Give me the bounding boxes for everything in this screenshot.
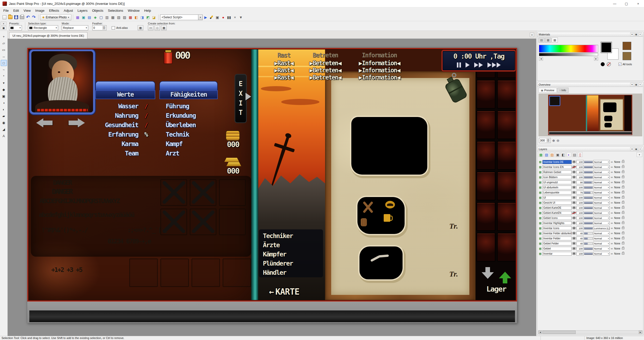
layer-opacity-slider[interactable] (584, 171, 593, 173)
new-vector-layer-icon[interactable]: ▧ (544, 152, 549, 157)
zoom-in-icon[interactable]: ⊕ (552, 139, 555, 142)
link-set-icon[interactable]: ∞ (610, 242, 614, 245)
crop-tool[interactable]: ▭ (1, 47, 7, 53)
lock-icon[interactable] (622, 242, 624, 244)
dock-icon[interactable]: ▣ (634, 33, 638, 36)
layer-name[interactable]: UI (543, 196, 572, 200)
layer-opacity-slider[interactable] (584, 253, 593, 255)
new-adjustment-layer-icon[interactable]: ◐ (566, 152, 571, 157)
lock-icon[interactable] (622, 176, 624, 178)
duplicate-layer-icon[interactable]: ▤ (572, 152, 577, 157)
new-image-icon[interactable] (2, 14, 7, 20)
frame-tab-icon[interactable]: ▤ (538, 37, 545, 43)
layer-opacity-value[interactable]: 100 (576, 201, 584, 205)
layer-blend-mode[interactable]: Normal▾ (593, 165, 610, 169)
visibility-eye-icon[interactable] (572, 196, 576, 199)
layer-opacity-value[interactable]: 100 (576, 216, 584, 220)
layer-opacity-value[interactable]: 40 (576, 237, 584, 240)
layer-opacity-value[interactable]: 100 (576, 247, 584, 251)
layer-name[interactable]: Gesicht UI (543, 201, 572, 205)
layer-blend-mode[interactable]: Normal▾ (593, 252, 610, 256)
layer-opacity-slider[interactable] (584, 222, 593, 224)
layer-link-value[interactable]: None (614, 206, 621, 209)
layer-name[interactable]: Inventar (543, 252, 572, 256)
visibility-eye-icon[interactable] (572, 186, 576, 189)
lock-icon[interactable] (622, 217, 624, 219)
visibility-eye-icon[interactable] (572, 166, 576, 168)
lock-icon[interactable] (622, 161, 624, 163)
layer-name[interactable]: Inventar Felder (543, 237, 572, 240)
layer-opacity-value[interactable]: 100 (576, 186, 584, 189)
maximize-button[interactable]: ▢ (621, 0, 632, 7)
menu-item[interactable]: Help (142, 9, 153, 12)
layer-opacity-value[interactable]: 100 (576, 196, 584, 200)
selection-tool[interactable]: □ (1, 60, 7, 66)
save-script-icon[interactable]: ▼ (238, 14, 244, 20)
lock-icon[interactable] (622, 212, 624, 214)
visibility-eye-icon[interactable] (572, 161, 576, 163)
lock-icon[interactable] (622, 253, 624, 255)
menu-item[interactable]: File (1, 9, 11, 12)
collapse-icon[interactable]: ▾ (630, 83, 634, 86)
minimize-button[interactable]: — (609, 0, 621, 7)
layer-opacity-slider[interactable] (584, 212, 593, 214)
link-set-icon[interactable]: ∞ (610, 227, 614, 230)
layer-opacity-value[interactable]: 100 (576, 160, 584, 164)
layer-opacity-slider[interactable] (584, 237, 593, 240)
layer-blend-mode[interactable]: Normal▾ (593, 180, 610, 184)
layer-name[interactable]: Inventar Highlights (543, 221, 572, 225)
layer-opacity-value[interactable]: 100 (576, 206, 584, 210)
link-set-icon[interactable]: ∞ (610, 211, 614, 214)
browse-icon[interactable]: ▦ (75, 14, 81, 20)
presets-dropdown[interactable]: ▾ (9, 25, 22, 30)
dock-icon[interactable]: ▣ (634, 147, 638, 151)
layer-blend-mode[interactable]: Normal▾ (593, 231, 610, 235)
swatches-tab-icon[interactable]: ▩ (552, 37, 558, 43)
new-mask-layer-icon[interactable]: ◧ (561, 152, 566, 157)
edit-script-icon[interactable] (209, 14, 214, 20)
scroll-left-icon[interactable]: ◀ (538, 331, 542, 334)
layer-opacity-value[interactable]: 100 (576, 226, 584, 230)
grid-icon[interactable]: ▦ (110, 14, 116, 20)
layer-name[interactable]: Inventar Felder abdunkeln (543, 231, 572, 235)
color-replacer-tool[interactable]: ◑ (1, 100, 7, 106)
layer-link-value[interactable]: None (614, 232, 621, 235)
document-close-icon[interactable]: × (530, 33, 534, 37)
redo-icon[interactable]: ↷ (31, 14, 37, 20)
eraser-tool[interactable]: ▰ (1, 113, 7, 119)
background-material-swatch[interactable] (623, 52, 631, 60)
color-style-icon[interactable] (601, 62, 605, 66)
mode-dropdown[interactable]: Replace▾ (62, 25, 88, 30)
close-icon[interactable]: × (638, 33, 642, 36)
spin-down-icon[interactable]: ▼ (102, 28, 106, 30)
layer-opacity-value[interactable]: 100 (576, 221, 584, 225)
visibility-eye-icon[interactable] (572, 247, 576, 250)
layer-link-value[interactable]: None (614, 186, 621, 189)
link-set-icon[interactable]: ∞ (610, 186, 614, 189)
layer-name[interactable]: Lebenspunkte (543, 191, 572, 194)
layer-name[interactable]: Inventar Icons DE (543, 160, 572, 164)
collapse-icon[interactable]: ▾ (630, 147, 634, 151)
layer-link-value[interactable]: None (614, 161, 621, 163)
layer-name[interactable]: Gebiet-KarteDE (543, 206, 572, 210)
layer-opacity-slider[interactable] (584, 227, 593, 229)
visibility-eye-icon[interactable] (572, 242, 576, 245)
layer-name[interactable]: Gebiet Felder (543, 242, 572, 245)
tab-info[interactable]: iInfo (557, 88, 569, 93)
foreground-material-swatch[interactable] (623, 42, 631, 50)
screen-capture-icon[interactable]: ▣ (81, 14, 86, 20)
picture-tube-tool[interactable]: ◉ (1, 120, 7, 126)
transparency-toggle-icon[interactable] (607, 62, 611, 66)
layer-opacity-slider[interactable] (584, 217, 593, 219)
save-icon[interactable] (13, 14, 19, 20)
link-set-icon[interactable]: ∞ (610, 206, 614, 209)
layer-name[interactable]: Inventar Icons (543, 226, 572, 230)
pause-script-icon[interactable]: ▮▮ (226, 14, 232, 20)
record-script-icon[interactable]: ● (220, 14, 226, 20)
menu-item[interactable]: Effects (47, 9, 61, 12)
lock-icon[interactable] (622, 247, 624, 250)
lock-icon[interactable] (622, 227, 624, 229)
selection-type-dropdown[interactable]: Rectangle▾ (28, 25, 58, 30)
link-set-icon[interactable]: ∞ (610, 196, 614, 199)
layers-toggle-icon[interactable]: ◨ (139, 14, 145, 20)
